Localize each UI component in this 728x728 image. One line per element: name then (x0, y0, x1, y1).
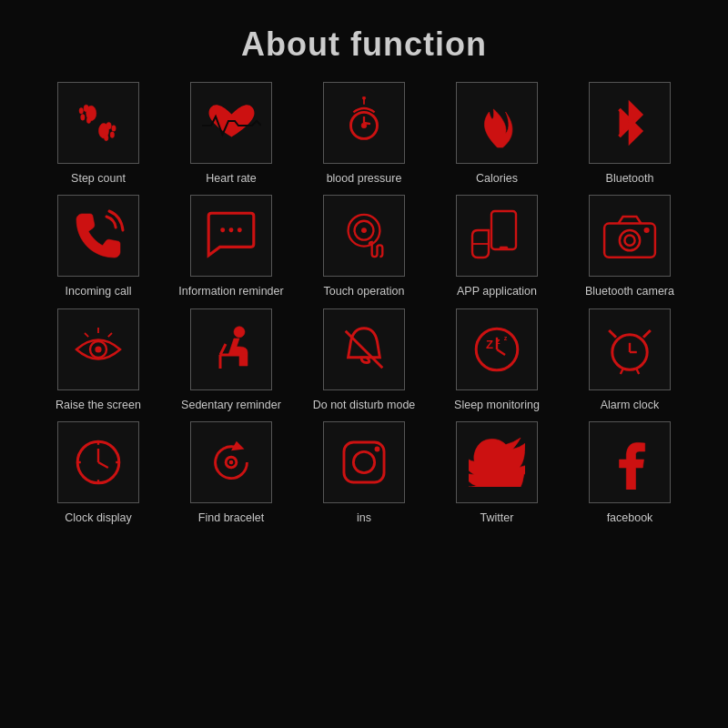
svg-line-37 (220, 344, 226, 355)
svg-line-52 (636, 369, 639, 374)
step-count-icon (74, 98, 124, 148)
icon-box-ins (323, 421, 405, 503)
label-heart-rate: Heart rate (206, 171, 257, 186)
label-find-bracelet: Find bracelet (198, 511, 264, 525)
label-ins: ins (357, 511, 371, 525)
item-clock-display: Clock display (36, 421, 160, 525)
item-information-reminder: Information reminder (169, 195, 293, 298)
svg-point-17 (229, 228, 234, 233)
svg-line-32 (108, 333, 112, 337)
bluetooth-camera-icon (602, 211, 658, 261)
svg-point-8 (110, 131, 114, 137)
icon-box-information-reminder (190, 195, 272, 277)
label-clock-display: Clock display (65, 511, 132, 525)
svg-point-62 (229, 460, 234, 464)
label-blood-pressure: blood pressure (327, 171, 402, 186)
label-raise-screen: Raise the screen (56, 398, 141, 412)
svg-line-50 (643, 330, 651, 338)
calories-icon (477, 96, 518, 150)
icon-box-sleep-monitoring: Z z z (456, 308, 538, 390)
item-calories: Calories (435, 82, 559, 186)
icon-box-do-not-disturb (323, 308, 405, 390)
svg-point-27 (624, 235, 634, 245)
svg-point-26 (620, 230, 640, 250)
svg-point-28 (644, 228, 650, 233)
facebook-icon (610, 435, 651, 490)
svg-point-7 (111, 125, 115, 131)
item-facebook: facebook (568, 421, 692, 525)
item-raise-screen: Raise the screen (36, 308, 160, 412)
svg-line-45 (497, 349, 505, 355)
alarm-clock-icon (602, 321, 657, 378)
clock-display-icon (71, 435, 126, 490)
svg-point-9 (104, 135, 107, 141)
icon-box-step-count (57, 82, 139, 164)
do-not-disturb-icon (338, 322, 390, 377)
item-app-application: APP application (435, 195, 559, 298)
label-bluetooth: Bluetooth (606, 171, 654, 186)
app-application-icon (470, 208, 524, 263)
icon-box-calories (456, 82, 538, 164)
icon-box-bluetooth (589, 82, 671, 164)
icon-box-clock-display (57, 421, 139, 503)
svg-line-49 (609, 330, 616, 338)
label-app-application: APP application (457, 284, 537, 298)
icon-box-blood-pressure (323, 82, 405, 164)
page-title: About function (0, 0, 728, 82)
blood-pressure-icon (338, 96, 390, 149)
svg-line-51 (621, 369, 623, 374)
sedentary-reminder-icon (204, 322, 258, 377)
label-bluetooth-camera: Bluetooth camera (585, 284, 674, 298)
item-step-count: Step count (36, 82, 160, 186)
icon-box-app-application (456, 195, 538, 277)
label-sleep-monitoring: Sleep monitoring (454, 398, 540, 412)
touch-operation-icon (338, 208, 390, 263)
label-information-reminder: Information reminder (178, 284, 283, 298)
incoming-call-icon (71, 208, 126, 263)
svg-line-55 (98, 462, 108, 468)
item-sleep-monitoring: Z z z Sleep monitoring (435, 308, 559, 412)
sleep-monitoring-icon: Z z z (470, 322, 524, 377)
svg-point-3 (80, 114, 84, 120)
label-twitter: Twitter (480, 511, 514, 525)
item-incoming-call: Incoming call (36, 195, 160, 298)
icon-box-raise-screen (57, 308, 139, 390)
heart-rate-icon (202, 98, 261, 148)
label-incoming-call: Incoming call (66, 284, 132, 298)
item-alarm-clock: Alarm clock (568, 308, 692, 412)
item-find-bracelet: Find bracelet (169, 421, 293, 525)
svg-point-30 (95, 346, 101, 352)
svg-point-16 (220, 228, 225, 233)
svg-text:Z: Z (486, 337, 493, 350)
icon-box-sedentary-reminder (190, 308, 272, 390)
svg-point-2 (79, 107, 83, 114)
svg-line-13 (364, 123, 370, 124)
item-do-not-disturb: Do not disturb mode (302, 308, 426, 412)
icon-box-facebook (589, 421, 671, 503)
icon-box-bluetooth-camera (589, 195, 671, 277)
item-heart-rate: Heart rate (169, 82, 293, 186)
svg-point-15 (362, 96, 365, 99)
svg-line-33 (85, 333, 88, 337)
svg-rect-23 (500, 247, 508, 248)
svg-point-4 (86, 116, 90, 123)
item-touch-operation: Touch operation (302, 195, 426, 298)
label-step-count: Step count (71, 171, 126, 186)
svg-point-21 (361, 228, 367, 234)
svg-point-6 (106, 122, 111, 129)
icon-box-twitter (456, 421, 538, 503)
function-grid: Step count Heart rate blood pressu (0, 82, 728, 525)
information-reminder-icon (203, 209, 259, 262)
item-sedentary-reminder: Sedentary reminder (169, 308, 293, 412)
item-bluetooth-camera: Bluetooth camera (568, 195, 692, 298)
svg-point-1 (84, 105, 89, 112)
raise-screen-icon (71, 322, 126, 377)
label-facebook: facebook (607, 511, 653, 525)
svg-point-34 (234, 326, 245, 337)
bluetooth-icon (610, 96, 651, 150)
label-do-not-disturb: Do not disturb mode (313, 398, 416, 412)
icon-box-find-bracelet (190, 421, 272, 503)
label-calories: Calories (476, 171, 518, 186)
icon-box-incoming-call (57, 195, 139, 277)
item-bluetooth: Bluetooth (568, 82, 692, 186)
